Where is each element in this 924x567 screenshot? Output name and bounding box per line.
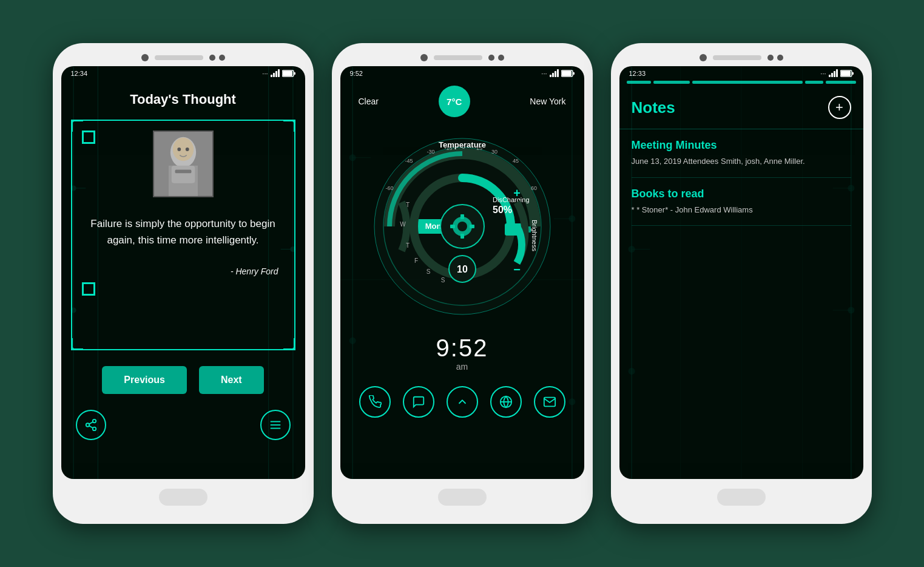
page-title-1: Today's Thought bbox=[61, 80, 305, 114]
temperature-badge: 7°C bbox=[439, 86, 470, 117]
browser-app-icon[interactable] bbox=[490, 386, 522, 418]
phone-2-top bbox=[340, 54, 584, 61]
svg-text:F: F bbox=[414, 257, 417, 264]
svg-text:W: W bbox=[400, 221, 406, 228]
svg-rect-69 bbox=[460, 234, 464, 239]
svg-rect-39 bbox=[573, 72, 575, 75]
home-button-3[interactable] bbox=[717, 489, 766, 506]
battery-icon-3 bbox=[840, 70, 854, 77]
svg-point-18 bbox=[177, 148, 181, 151]
weather-condition: Clear bbox=[359, 97, 379, 106]
corner-br bbox=[283, 338, 295, 350]
s-bar-2 bbox=[552, 73, 554, 77]
deco-bar-5 bbox=[826, 81, 856, 84]
svg-text:-60: -60 bbox=[385, 185, 393, 191]
signal-icon-1 bbox=[271, 70, 280, 77]
phone-icon bbox=[368, 395, 382, 409]
message-app-icon[interactable] bbox=[403, 386, 434, 418]
deco-bar-2 bbox=[653, 81, 690, 84]
svg-rect-99 bbox=[852, 72, 854, 75]
svg-rect-38 bbox=[562, 71, 572, 76]
svg-rect-70 bbox=[450, 225, 455, 228]
clock-display: 9:52 am bbox=[340, 330, 584, 376]
mail-icon bbox=[543, 395, 556, 409]
front-camera-icon bbox=[141, 54, 149, 61]
status-bar-3: 12:33 ··· bbox=[619, 66, 863, 80]
home-app-icon[interactable] bbox=[447, 386, 478, 418]
svg-text:Brightness: Brightness bbox=[531, 220, 538, 251]
dot-4 bbox=[498, 55, 504, 61]
svg-text:S: S bbox=[440, 277, 445, 284]
note-body-2: * * Stoner* - John Edward Williams bbox=[632, 204, 851, 216]
svg-rect-68 bbox=[460, 214, 464, 219]
dot-5 bbox=[767, 55, 774, 61]
svg-text:10: 10 bbox=[457, 264, 468, 274]
signal-bar-1 bbox=[271, 75, 272, 77]
note-title-2: Books to read bbox=[632, 188, 851, 200]
status-icons-1: ··· bbox=[262, 70, 295, 77]
svg-point-22 bbox=[92, 427, 96, 431]
svg-text:45: 45 bbox=[512, 158, 518, 164]
dot-1 bbox=[209, 55, 215, 61]
previous-button[interactable]: Previous bbox=[102, 366, 187, 394]
phone-dots-3 bbox=[767, 55, 783, 61]
phone-1-bottom bbox=[61, 489, 305, 506]
dot-3 bbox=[488, 55, 494, 61]
svg-rect-10 bbox=[283, 71, 292, 76]
mail-app-icon[interactable] bbox=[534, 386, 565, 418]
sb-2 bbox=[831, 73, 833, 77]
note-item-2[interactable]: Books to read * * Stoner* - John Edward … bbox=[619, 178, 863, 226]
quote-text: Failure is simply the opportunity to beg… bbox=[82, 209, 285, 267]
svg-text:Mon: Mon bbox=[425, 222, 441, 231]
sb-4 bbox=[836, 69, 838, 77]
plus-icon: + bbox=[835, 100, 843, 115]
menu-button[interactable] bbox=[260, 410, 291, 440]
app-dock bbox=[340, 376, 584, 427]
home-button-2[interactable] bbox=[438, 489, 487, 506]
sb-3 bbox=[834, 71, 835, 77]
deco-bar-3 bbox=[692, 81, 803, 84]
phone-2: 9:52 ··· Clear 7°C New York bbox=[332, 43, 593, 524]
svg-point-89 bbox=[848, 307, 854, 313]
phone-3-screen: 12:33 ··· bbox=[619, 66, 863, 479]
note-title-1: Meeting Minutes bbox=[632, 139, 851, 152]
add-note-button[interactable]: + bbox=[828, 96, 851, 119]
status-icons-2: ··· bbox=[541, 70, 574, 77]
phone-3-top bbox=[619, 54, 863, 61]
svg-text:DisCharging: DisCharging bbox=[493, 196, 530, 203]
status-time-3: 12:33 bbox=[629, 70, 646, 77]
divider-2 bbox=[632, 225, 851, 226]
status-dots-1: ··· bbox=[262, 70, 268, 77]
next-button[interactable]: Next bbox=[199, 366, 264, 394]
svg-text:15: 15 bbox=[476, 145, 482, 151]
phone-app-icon[interactable] bbox=[359, 386, 391, 418]
portrait-svg bbox=[154, 131, 212, 197]
deco-bar-1 bbox=[627, 81, 651, 84]
battery-icon-2 bbox=[561, 70, 575, 77]
speaker-grille bbox=[155, 55, 203, 60]
status-time-1: 12:34 bbox=[71, 70, 88, 77]
note-item-1[interactable]: Meeting Minutes June 13, 2019 Attendees … bbox=[619, 129, 863, 177]
front-camera-3 bbox=[700, 54, 707, 61]
svg-point-20 bbox=[92, 419, 96, 423]
phone-1-screen: 12:34 ··· Today's Thought bbox=[61, 66, 305, 479]
svg-text:-30: -30 bbox=[427, 149, 434, 155]
phone-3: 12:33 ··· bbox=[611, 43, 872, 524]
phone-dots-2 bbox=[488, 55, 504, 61]
menu-icon bbox=[269, 418, 282, 432]
svg-text:T: T bbox=[405, 242, 409, 249]
s-bar-3 bbox=[555, 71, 556, 77]
phone-2-screen: 9:52 ··· Clear 7°C New York bbox=[340, 66, 584, 479]
quote-box: Failure is simply the opportunity to beg… bbox=[71, 120, 295, 350]
signal-bar-3 bbox=[275, 71, 277, 77]
svg-rect-16 bbox=[175, 170, 191, 174]
nav-buttons: Previous Next bbox=[61, 356, 305, 404]
dot-2 bbox=[219, 55, 225, 61]
svg-text:30: 30 bbox=[491, 149, 497, 155]
svg-point-17 bbox=[172, 138, 194, 161]
home-button-1[interactable] bbox=[159, 489, 207, 506]
globe-icon bbox=[499, 395, 513, 409]
svg-text:0: 0 bbox=[462, 144, 465, 150]
share-button[interactable] bbox=[76, 410, 106, 440]
photo-inner bbox=[154, 132, 212, 196]
